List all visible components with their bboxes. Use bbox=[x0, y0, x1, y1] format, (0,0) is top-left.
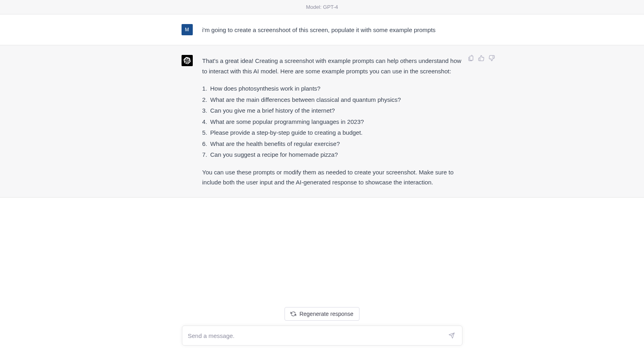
assistant-message-content: That's a great idea! Creating a screensh… bbox=[202, 55, 463, 188]
assistant-avatar bbox=[182, 55, 193, 66]
assistant-outro: You can use these prompts or modify them… bbox=[202, 167, 463, 188]
conversation: M i'm going to create a screenshoot of t… bbox=[0, 14, 644, 307]
list-item: What are the health benefits of regular … bbox=[202, 139, 463, 149]
regenerate-label: Regenerate response bbox=[299, 311, 353, 317]
assistant-intro: That's a great idea! Creating a screensh… bbox=[202, 56, 463, 76]
user-avatar-letter: M bbox=[185, 27, 189, 32]
thumbs-down-icon[interactable] bbox=[489, 55, 495, 61]
footer: Regenerate response bbox=[0, 307, 644, 360]
list-item: Can you suggest a recipe for homemade pi… bbox=[202, 150, 463, 160]
refresh-icon bbox=[291, 311, 296, 317]
list-item: How does photosynthesis work in plants? bbox=[202, 83, 463, 94]
openai-logo-icon bbox=[184, 57, 191, 64]
list-item: Can you give me a brief history of the i… bbox=[202, 105, 463, 116]
thumbs-up-icon[interactable] bbox=[478, 55, 485, 61]
message-input-box[interactable] bbox=[182, 326, 462, 346]
list-item: What are some popular programming langua… bbox=[202, 117, 463, 127]
example-prompts-list: How does photosynthesis work in plants? … bbox=[202, 83, 463, 160]
user-message-content: i'm going to create a screenshoot of thi… bbox=[202, 24, 463, 35]
message-input[interactable] bbox=[188, 332, 447, 339]
model-header: Model: GPT-4 bbox=[0, 0, 644, 14]
list-item: What are the main differences between cl… bbox=[202, 95, 463, 105]
message-actions bbox=[468, 55, 495, 61]
send-button[interactable] bbox=[447, 331, 456, 340]
user-avatar: M bbox=[182, 24, 193, 35]
svg-rect-0 bbox=[470, 56, 473, 61]
assistant-message-row: That's a great idea! Creating a screensh… bbox=[0, 45, 644, 198]
list-item: Please provide a step-by-step guide to c… bbox=[202, 127, 463, 138]
model-label: Model: GPT-4 bbox=[306, 4, 338, 10]
user-message-text: i'm going to create a screenshoot of thi… bbox=[202, 26, 436, 33]
regenerate-button[interactable]: Regenerate response bbox=[285, 307, 359, 321]
user-message-row: M i'm going to create a screenshoot of t… bbox=[0, 14, 644, 45]
send-icon bbox=[448, 332, 455, 339]
copy-icon[interactable] bbox=[468, 55, 474, 61]
